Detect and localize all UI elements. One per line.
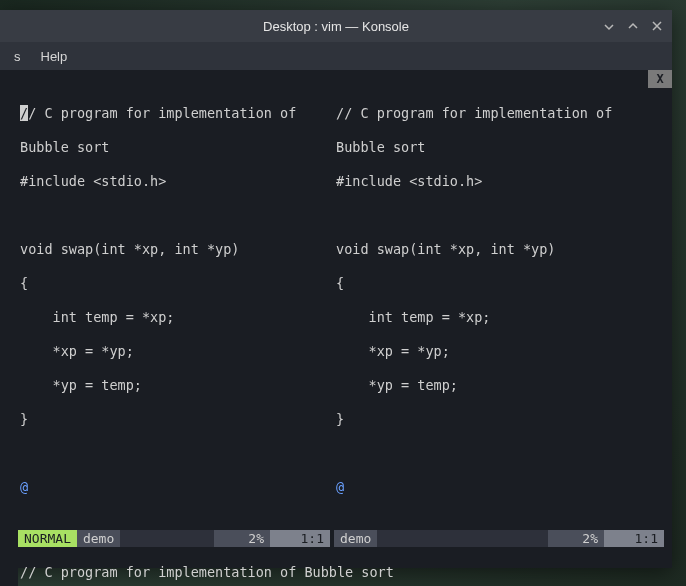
pane-top-left[interactable]: // C program for implementation of Bubbl… (18, 88, 330, 547)
mode-indicator: NORMAL (18, 530, 77, 547)
editor-area: // C program for implementation of Bubbl… (0, 88, 672, 586)
maximize-button[interactable] (622, 15, 644, 37)
menubar: s Help (0, 42, 672, 70)
code-bottom[interactable]: // C program for implementation of Bubbl… (18, 547, 664, 586)
file-name: demo (77, 530, 120, 547)
percent: 2% (214, 530, 270, 547)
window-controls (598, 15, 668, 37)
cursor-pos: 1:1 (270, 530, 330, 547)
tab-close-button[interactable]: X (648, 70, 672, 88)
menu-item-partial[interactable]: s (4, 45, 31, 68)
code-top-left[interactable]: // C program for implementation of Bubbl… (18, 88, 330, 530)
code-top-right[interactable]: // C program for implementation of Bubbl… (334, 88, 664, 530)
menu-item-help[interactable]: Help (31, 45, 78, 68)
cursor-pos: 1:1 (604, 530, 664, 547)
tab-strip: X (0, 70, 672, 88)
gutter-top (0, 88, 18, 547)
percent: 2% (548, 530, 604, 547)
close-button[interactable] (646, 15, 668, 37)
window-title: Desktop : vim — Konsole (263, 19, 409, 34)
file-name: demo (334, 530, 377, 547)
statusline-top-right: demo 2% 1:1 (334, 530, 664, 547)
minimize-button[interactable] (598, 15, 620, 37)
pane-top-right[interactable]: // C program for implementation of Bubbl… (334, 88, 664, 547)
konsole-window: Desktop : vim — Konsole s Help X // C pr… (0, 10, 672, 568)
cursor: / (20, 105, 28, 121)
titlebar: Desktop : vim — Konsole (0, 10, 672, 42)
statusline-top-left: NORMAL demo 2% 1:1 (18, 530, 330, 547)
gutter-bottom: 1 (0, 547, 18, 586)
pane-bottom[interactable]: // C program for implementation of Bubbl… (18, 547, 664, 586)
